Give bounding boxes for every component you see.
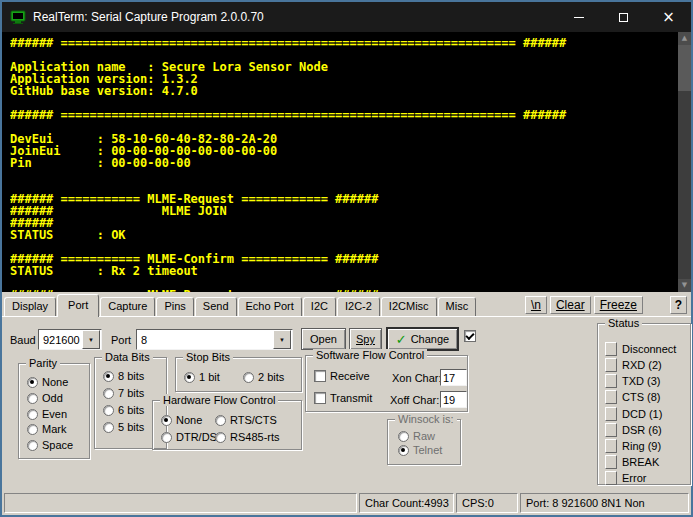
status-indicator-cts: CTS (8) — [605, 390, 661, 404]
status-cell-empty — [4, 493, 357, 513]
stop-bits-1-radio[interactable]: 1 bit — [184, 371, 220, 383]
baud-combobox[interactable]: 921600 ▼ — [38, 329, 102, 350]
minimize-icon — [574, 17, 584, 18]
led-icon — [605, 407, 617, 421]
radio-icon — [27, 424, 38, 435]
status-indicator-error: Error — [605, 471, 646, 485]
hw-flow-rs485-radio[interactable]: RS485-rts — [215, 431, 280, 443]
terminal-line — [10, 49, 676, 61]
checkbox-icon — [314, 370, 326, 382]
stop-bits-group-title: Stop Bits — [183, 351, 233, 363]
maximize-icon — [619, 13, 628, 22]
tab-i2c-2[interactable]: I2C-2 — [337, 297, 380, 316]
option-label: 8 bits — [118, 370, 144, 382]
xoff-char-input[interactable] — [440, 391, 467, 408]
terminal-line: ###### =================================… — [10, 37, 676, 49]
dropdown-arrow-icon[interactable]: ▼ — [273, 330, 291, 349]
xoff-char-label: Xoff Char: — [390, 394, 439, 406]
scroll-down-icon[interactable]: ▼ — [678, 279, 691, 292]
spy-button[interactable]: Spy — [349, 328, 382, 350]
terminal-line: STATUS : OK — [10, 229, 676, 241]
port-label: Port — [111, 334, 131, 346]
terminal-line — [10, 97, 676, 109]
scrollbar-thumb[interactable] — [678, 45, 691, 91]
freeze-button[interactable]: Freeze — [594, 296, 643, 314]
tab-port[interactable]: Port — [57, 294, 99, 317]
terminal-line: STATUS : Rx 2 timeout — [10, 265, 676, 277]
close-icon: × — [662, 10, 675, 25]
radio-icon — [243, 372, 254, 383]
port-combobox[interactable]: 8 ▼ — [136, 329, 293, 350]
tab-send[interactable]: Send — [195, 297, 237, 316]
minimize-button[interactable] — [556, 2, 601, 32]
data-bits-5-radio[interactable]: 5 bits — [103, 421, 144, 433]
hw-flow-none-radio[interactable]: None — [161, 414, 202, 426]
newline-button[interactable]: \n — [525, 296, 547, 314]
terminal-scrollbar[interactable]: ▲ ▼ — [678, 32, 691, 292]
terminal-line: ###### MLME_JOIN — [10, 205, 676, 217]
open-button[interactable]: Open — [301, 328, 346, 350]
status-frame-title: Status — [605, 317, 642, 329]
scroll-up-icon[interactable]: ▲ — [678, 32, 691, 45]
tab-i2c[interactable]: I2C — [303, 297, 336, 316]
terminal-line — [10, 169, 676, 181]
change-button[interactable]: ✓ Change — [386, 327, 459, 351]
winsock-telnet-radio[interactable]: Telnet — [398, 444, 442, 456]
option-label: 7 bits — [118, 387, 144, 399]
parity-odd-radio[interactable]: Odd — [27, 392, 63, 404]
parity-even-radio[interactable]: Even — [27, 408, 67, 420]
clear-button[interactable]: Clear — [550, 296, 591, 314]
xon-char-label: Xon Char: — [392, 372, 442, 384]
tab-pins[interactable]: Pins — [156, 297, 193, 316]
data-bits-8-radio[interactable]: 8 bits — [103, 370, 144, 382]
indicator-label: TXD (3) — [622, 375, 661, 387]
radio-icon — [103, 405, 114, 416]
tab-misc[interactable]: Misc — [438, 297, 477, 316]
terminal-line: ###### =========== MLME-Request ========… — [10, 193, 676, 205]
dropdown-arrow-icon[interactable]: ▼ — [82, 330, 100, 349]
winsock-raw-radio[interactable]: Raw — [398, 430, 435, 442]
transmit-checkbox[interactable]: Transmit — [314, 392, 372, 404]
tab-echo-port[interactable]: Echo Port — [238, 297, 302, 316]
hw-flow-rtscts-radio[interactable]: RTS/CTS — [215, 414, 277, 426]
option-label: Even — [42, 408, 67, 420]
terminal-line: Application version: 1.3.2 — [10, 73, 676, 85]
tab-display[interactable]: Display — [4, 297, 56, 316]
change-button-label: Change — [411, 333, 450, 345]
open-button-label: Open — [310, 333, 337, 345]
led-icon — [605, 439, 617, 453]
led-icon — [605, 423, 617, 437]
help-button[interactable]: ? — [670, 296, 687, 314]
option-label: RTS/CTS — [230, 414, 277, 426]
option-label: RS485-rts — [230, 431, 280, 443]
terminal-output: ###### =================================… — [2, 32, 691, 292]
indicator-label: RXD (2) — [622, 359, 662, 371]
change-confirm-checkbox[interactable] — [464, 330, 476, 342]
baud-label: Baud — [10, 334, 36, 346]
terminal-line — [10, 181, 676, 193]
indicator-label: Error — [622, 472, 646, 484]
data-bits-6-radio[interactable]: 6 bits — [103, 404, 144, 416]
parity-none-radio[interactable]: None — [27, 376, 68, 388]
hardware-flow-group: Hardware Flow Control None RTS/CTS DTR/D… — [152, 400, 302, 450]
close-button[interactable]: × — [646, 2, 691, 32]
tab-i2cmisc[interactable]: I2CMisc — [381, 297, 437, 316]
status-indicator-dsr: DSR (6) — [605, 423, 662, 437]
receive-checkbox[interactable]: Receive — [314, 370, 370, 382]
stop-bits-2-radio[interactable]: 2 bits — [243, 371, 284, 383]
parity-space-radio[interactable]: Space — [27, 439, 73, 451]
tab-capture[interactable]: Capture — [100, 297, 155, 316]
option-label: Transmit — [330, 392, 372, 404]
radio-icon — [103, 388, 114, 399]
status-cell-cps: CPS:0 — [456, 493, 518, 513]
data-bits-group-title: Data Bits — [102, 351, 153, 363]
radio-icon — [27, 409, 38, 420]
winsock-group: Winsock is: Raw Telnet — [387, 419, 461, 465]
status-indicator-break: BREAK — [605, 455, 659, 469]
maximize-button[interactable] — [601, 2, 646, 32]
xon-char-input[interactable] — [440, 369, 467, 386]
parity-mark-radio[interactable]: Mark — [27, 423, 66, 435]
data-bits-7-radio[interactable]: 7 bits — [103, 387, 144, 399]
indicator-label: Disconnect — [622, 343, 676, 355]
terminal-text: ###### =================================… — [10, 37, 676, 292]
